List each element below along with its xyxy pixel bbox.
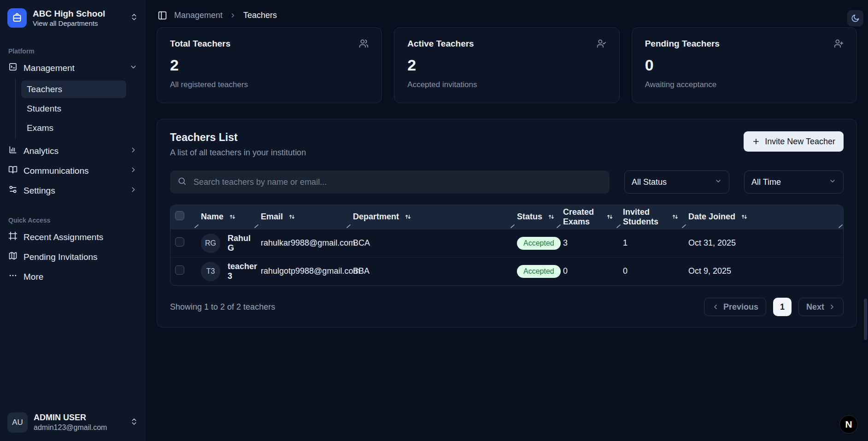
main-content: Management Teachers Total Teachers 2 [146,0,868,441]
sidebar-item-more[interactable]: More [4,267,142,287]
column-header-email[interactable]: Email [256,205,348,229]
school-name: ABC High School [33,9,105,19]
row-checkbox[interactable] [175,265,184,275]
nextjs-dev-badge[interactable]: N [839,415,858,434]
sort-icon [547,213,555,221]
stat-subtitle: All registered teachers [170,80,369,89]
theme-toggle-button[interactable] [847,10,863,26]
avatar: AU [7,412,28,433]
chevron-right-icon [129,166,137,176]
stat-card-total-teachers: Total Teachers 2 All registered teachers [157,27,382,103]
invite-button-label: Invite New Teacher [765,137,835,147]
sidebar-item-settings[interactable]: Settings [4,181,142,200]
row-checkbox[interactable] [175,237,184,247]
status-badge: Accepted [517,237,561,250]
chevron-down-icon [129,63,137,73]
school-logo [7,8,27,28]
sidebar-item-label: Recent Assignments [23,232,103,242]
invite-new-teacher-button[interactable]: Invite New Teacher [744,131,844,152]
column-header-status[interactable]: Status [512,205,558,229]
breadcrumb-parent[interactable]: Management [174,11,223,20]
column-header-created-exams[interactable]: Created Exams [558,205,618,229]
chevrons-up-down-icon [130,417,138,428]
created-exams-count: 3 [558,229,618,257]
pagination: Previous 1 Next [704,298,844,316]
sidebar-item-exams[interactable]: Exams [21,119,126,137]
status-badge: Accepted [517,265,561,278]
previous-page-button[interactable]: Previous [704,298,766,316]
user-plus-icon [834,39,844,50]
avatar: T3 [201,262,220,281]
stat-value: 2 [407,56,606,74]
search-box [170,171,610,194]
table-header-row: Name Email Department Status Created Exa… [170,205,843,229]
page-number-button[interactable]: 1 [773,298,792,316]
chevron-right-icon [129,146,137,156]
stat-card-pending-teachers: Pending Teachers 0 Awaiting acceptance [632,27,857,103]
teacher-department: BCA [348,229,512,257]
teacher-department: BBA [348,257,512,285]
square-terminal-icon [8,62,18,74]
avatar: RG [201,234,220,253]
previous-label: Previous [723,302,758,312]
next-label: Next [806,302,824,312]
select-all-checkbox[interactable] [175,211,184,220]
sidebar-item-pending-invitations[interactable]: Pending Invitations [4,247,142,267]
book-open-icon [8,165,18,176]
sidebar: ABC High School View all Departments Pla… [0,0,146,441]
sidebar-item-students[interactable]: Students [21,100,126,118]
stat-subtitle: Awaiting acceptance [645,80,844,89]
breadcrumb-current: Teachers [243,11,277,20]
sidebar-item-label: Analytics [23,146,59,156]
teacher-email: rahulgotp9988@gmail.com [256,257,348,285]
sidebar-item-teachers[interactable]: Teachers [21,81,126,98]
chevron-down-icon [715,177,722,187]
sidebar-toggle-button[interactable] [158,11,167,20]
sort-icon [606,213,614,221]
school-icon [12,12,23,24]
management-submenu: Teachers Students Exams [15,79,142,139]
sort-icon [404,213,412,221]
sidebar-item-label: Pending Invitations [23,252,98,262]
date-joined: Oct 9, 2025 [684,257,843,285]
sidebar-item-communications[interactable]: Communications [4,161,142,181]
user-check-icon [597,39,606,50]
sidebar-item-label: Management [23,63,75,73]
column-header-invited-students[interactable]: Invited Students [618,205,684,229]
user-menu-button[interactable]: AU ADMIN USER admin123@gmail.com [4,409,142,436]
column-header-department[interactable]: Department [348,205,512,229]
sort-icon [229,213,236,221]
column-header-name[interactable]: Name [196,205,256,229]
chevron-down-icon [829,177,836,187]
invited-students-count: 1 [618,229,684,257]
stat-subtitle: Accepted invitations [407,80,606,89]
next-page-button[interactable]: Next [798,298,844,316]
frame-icon [8,231,18,243]
stat-title: Pending Teachers [645,39,720,49]
teachers-list-panel: Teachers List A list of all teachers in … [157,119,857,328]
school-switcher-button[interactable]: ABC High School View all Departments [4,5,142,31]
chevron-right-icon [828,303,836,311]
plus-icon [752,137,760,146]
school-meta: ABC High School View all Departments [33,9,105,28]
time-filter-value: All Time [751,177,781,187]
time-filter-select[interactable]: All Time [744,171,844,194]
chevrons-up-down-icon [130,13,138,23]
teacher-email: rahulkar9988@gmail.com [256,229,348,257]
sidebar-item-label: Communications [23,166,89,176]
sidebar-item-analytics[interactable]: Analytics [4,141,142,161]
invited-students-count: 0 [618,257,684,285]
sidebar-item-recent-assignments[interactable]: Recent Assignments [4,227,142,247]
sliders-icon [8,185,18,196]
date-joined: Oct 31, 2025 [684,229,843,257]
filters-row: All Status All Time [170,171,844,194]
sidebar-item-management[interactable]: Management [4,58,142,78]
panel-left-icon [158,11,167,20]
search-input[interactable] [193,177,602,188]
sort-icon [288,213,296,221]
user-meta: ADMIN USER admin123@gmail.com [34,413,107,432]
scrollbar-thumb[interactable] [864,299,867,340]
status-filter-select[interactable]: All Status [624,171,729,194]
column-header-date-joined[interactable]: Date Joined [684,205,843,229]
teachers-table: Name Email Department Status Created Exa… [170,205,844,286]
